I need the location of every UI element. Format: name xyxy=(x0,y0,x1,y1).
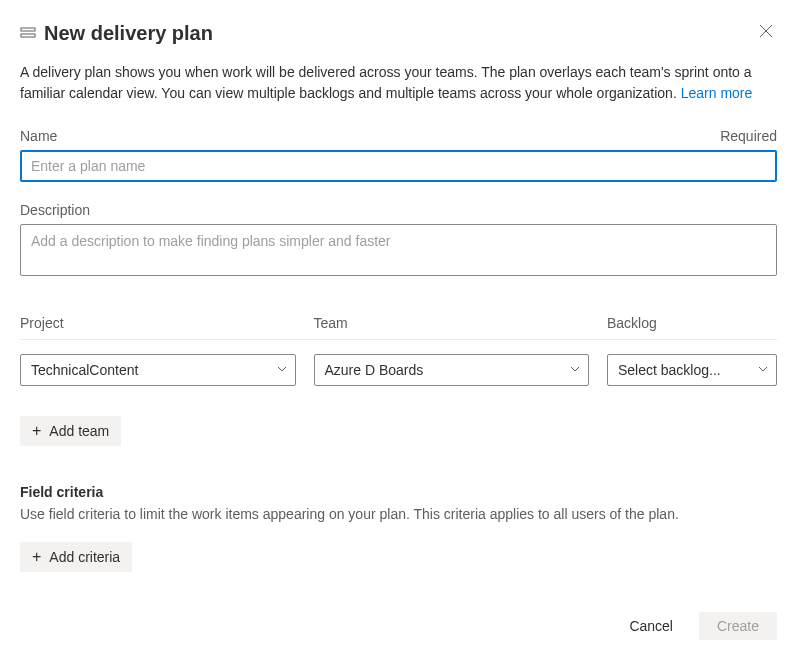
backlog-column-label: Backlog xyxy=(607,315,777,331)
dialog-header: New delivery plan xyxy=(20,20,777,46)
plus-icon: + xyxy=(32,423,41,439)
team-select-value: Azure D Boards xyxy=(325,362,424,378)
name-label-row: Name Required xyxy=(20,128,777,144)
project-column-label: Project xyxy=(20,315,296,331)
add-team-button[interactable]: + Add team xyxy=(20,416,121,446)
name-input[interactable] xyxy=(20,150,777,182)
backlog-select[interactable]: Select backlog... xyxy=(607,354,777,386)
close-button[interactable] xyxy=(755,20,777,46)
add-criteria-label: Add criteria xyxy=(49,549,120,565)
description-field-row: Description xyxy=(20,202,777,279)
dialog-title: New delivery plan xyxy=(44,22,213,45)
intro-text: A delivery plan shows you when work will… xyxy=(20,62,777,104)
team-row: TechnicalContent Azure D Boards Select b… xyxy=(20,354,777,386)
backlog-select-value: Select backlog... xyxy=(618,362,721,378)
team-select-wrap: Azure D Boards xyxy=(314,354,590,386)
project-select-wrap: TechnicalContent xyxy=(20,354,296,386)
description-label: Description xyxy=(20,202,90,218)
team-column-label: Team xyxy=(314,315,590,331)
backlog-select-wrap: Select backlog... xyxy=(607,354,777,386)
cancel-button[interactable]: Cancel xyxy=(611,612,691,640)
field-criteria-description: Use field criteria to limit the work ite… xyxy=(20,506,777,522)
intro-body: A delivery plan shows you when work will… xyxy=(20,64,752,101)
close-icon xyxy=(759,24,773,42)
add-team-label: Add team xyxy=(49,423,109,439)
name-label: Name xyxy=(20,128,57,144)
description-input[interactable] xyxy=(20,224,777,276)
name-field-row: Name Required xyxy=(20,128,777,182)
add-criteria-button[interactable]: + Add criteria xyxy=(20,542,132,572)
project-select[interactable]: TechnicalContent xyxy=(20,354,296,386)
dialog-footer: Cancel Create xyxy=(20,612,777,640)
svg-rect-0 xyxy=(21,28,35,31)
column-headers: Project Team Backlog xyxy=(20,315,777,331)
svg-rect-1 xyxy=(21,34,35,37)
project-select-value: TechnicalContent xyxy=(31,362,138,378)
plus-icon: + xyxy=(32,549,41,565)
delivery-plan-icon xyxy=(20,25,36,41)
name-required: Required xyxy=(720,128,777,144)
team-select[interactable]: Azure D Boards xyxy=(314,354,590,386)
create-button[interactable]: Create xyxy=(699,612,777,640)
description-label-row: Description xyxy=(20,202,777,218)
column-divider xyxy=(20,339,777,340)
learn-more-link[interactable]: Learn more xyxy=(681,85,753,101)
header-left: New delivery plan xyxy=(20,22,213,45)
field-criteria-heading: Field criteria xyxy=(20,484,777,500)
